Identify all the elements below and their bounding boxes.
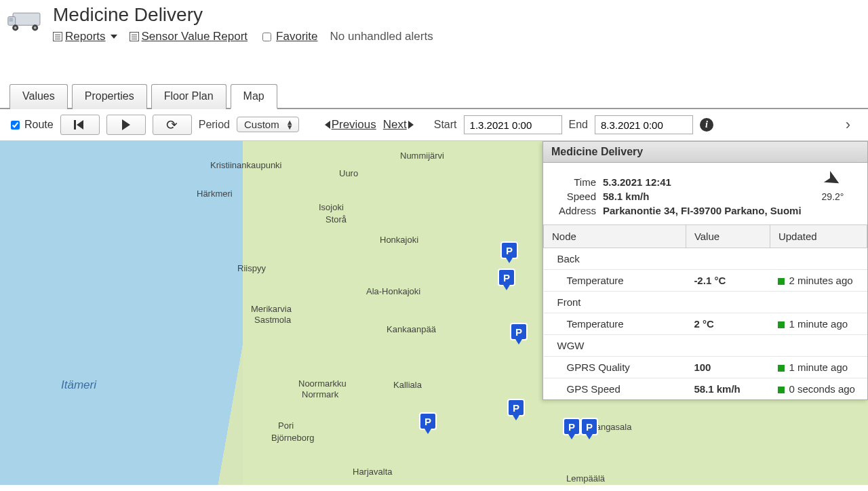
sensor-row: Temperature2 °C1 minute ago <box>544 313 867 335</box>
route-toggle[interactable]: Route <box>8 119 54 132</box>
time-value: 5.3.2021 12:41 <box>603 176 809 188</box>
sensor-updated: 0 seconds ago <box>770 378 867 400</box>
collapse-right-button[interactable]: › <box>836 116 860 134</box>
info-icon[interactable]: i <box>700 118 713 132</box>
parking-marker[interactable]: P <box>500 241 518 259</box>
time-label: Time <box>554 176 603 188</box>
subbar: Reports Sensor Value Report Favorite No … <box>53 30 861 43</box>
next-label: Next <box>383 118 407 132</box>
address-label: Address <box>554 205 603 216</box>
sensor-row: GPS Speed58.1 km/h0 seconds ago <box>544 378 867 400</box>
compass-icon: ➤ <box>820 164 846 193</box>
svg-rect-2 <box>9 18 13 21</box>
favorite-checkbox[interactable] <box>262 33 271 41</box>
favorite-label: Favorite <box>276 30 317 43</box>
map-canvas[interactable]: Itämeri KristiinankaupunkiUuroNummijärvi… <box>0 140 868 485</box>
reports-label: Reports <box>65 30 106 43</box>
play-button[interactable] <box>106 115 146 135</box>
alerts-text: No unhandled alerts <box>330 30 433 43</box>
skip-back-icon <box>77 120 83 130</box>
sensor-value: 58.1 km/h <box>686 378 770 400</box>
tab-properties[interactable]: Properties <box>72 84 147 109</box>
start-label: Start <box>434 119 457 131</box>
favorite-toggle[interactable]: Favorite <box>260 30 317 43</box>
address-value: Parkanontie 34, FI-39700 Parkano, Suomi <box>603 205 856 216</box>
end-label: End <box>569 119 588 131</box>
map-place-label: Kristiinankaupunki <box>210 160 282 170</box>
tab-floor-plan[interactable]: Floor Plan <box>151 84 226 109</box>
sensor-value-report-link[interactable]: Sensor Value Report <box>130 30 248 43</box>
tabs: Values Properties Floor Plan Map <box>0 83 868 109</box>
document-icon <box>53 32 62 41</box>
sea-label: Itämeri <box>61 378 96 392</box>
period-label: Period <box>199 119 230 131</box>
col-node: Node <box>544 225 686 248</box>
parking-marker[interactable]: P <box>580 418 598 435</box>
end-input[interactable] <box>595 115 693 134</box>
map-place-label: Kankaanpää <box>387 324 436 334</box>
map-place-label: Norrmark <box>302 389 338 399</box>
map-place-label: Sastmola <box>254 315 291 325</box>
map-place-label: Riispyy <box>237 263 266 273</box>
map-controls: Route ⟳ Period Custom ▲▼ Previous Next S… <box>0 109 868 140</box>
sensor-group: WGW <box>544 335 867 357</box>
refresh-icon: ⟳ <box>166 117 178 133</box>
previous-link[interactable]: Previous <box>325 118 376 132</box>
sensor-row: GPRS Quality1001 minute ago <box>544 357 867 378</box>
map-place-label: Harjavalta <box>353 467 393 477</box>
parking-marker[interactable]: P <box>507 399 525 416</box>
page-title: Medicine Delivery <box>53 4 861 26</box>
heading-value: 29.2° <box>822 191 844 202</box>
parking-marker[interactable]: P <box>419 412 437 430</box>
map-place-label: Isojoki <box>319 202 344 212</box>
sensor-group: Back <box>544 248 867 270</box>
sensor-value: 100 <box>686 357 770 378</box>
speed-label: Speed <box>554 191 603 202</box>
route-checkbox[interactable] <box>11 121 20 130</box>
status-square-icon <box>778 365 785 372</box>
svg-rect-0 <box>13 13 40 25</box>
status-square-icon <box>778 387 785 393</box>
map-place-label: Lempäälä <box>566 473 605 484</box>
map-place-label: Pori <box>278 420 294 431</box>
sensor-value: 2 °C <box>686 313 770 335</box>
map-place-label: Härkmeri <box>197 189 233 199</box>
status-square-icon <box>778 321 785 328</box>
status-square-icon <box>778 278 785 285</box>
map-place-label: Honkajoki <box>380 235 418 245</box>
period-select[interactable]: Custom ▲▼ <box>237 119 299 131</box>
next-link[interactable]: Next <box>383 118 414 132</box>
sensor-node: Temperature <box>544 313 686 335</box>
start-input[interactable] <box>464 115 562 134</box>
map-place-label: Merikarvia <box>251 304 292 314</box>
sensor-value-report-label: Sensor Value Report <box>142 30 248 43</box>
map-place-label: Ala-Honkajoki <box>366 286 420 296</box>
previous-label: Previous <box>332 118 376 132</box>
skip-back-button[interactable] <box>60 115 100 135</box>
triangle-left-icon <box>325 121 330 129</box>
info-panel: Medicine Delivery Time 5.3.2021 12:41 ➤ … <box>542 141 868 400</box>
sensor-table: Node Value Updated BackTemperature-2.1 °… <box>543 224 867 399</box>
play-icon <box>122 119 130 130</box>
sensor-node: GPS Speed <box>544 378 686 400</box>
parking-marker[interactable]: P <box>498 269 515 286</box>
tab-map[interactable]: Map <box>231 84 277 109</box>
sensor-node: GPRS Quality <box>544 357 686 378</box>
chevron-down-icon <box>111 35 117 39</box>
refresh-button[interactable]: ⟳ <box>153 115 192 135</box>
map-place-label: Nummijärvi <box>400 151 444 161</box>
header: Medicine Delivery Reports Sensor Value R… <box>0 0 868 43</box>
reports-dropdown[interactable]: Reports <box>53 30 117 43</box>
sensor-row: Temperature-2.1 °C2 minutes ago <box>544 270 867 292</box>
van-icon <box>7 7 46 34</box>
stepper-icon: ▲▼ <box>286 120 294 130</box>
sensor-node: Temperature <box>544 270 686 292</box>
panel-title: Medicine Delivery <box>543 142 867 163</box>
svg-point-6 <box>34 26 37 29</box>
sensor-value: -2.1 °C <box>686 270 770 292</box>
col-value: Value <box>686 225 770 248</box>
speed-value: 58.1 km/h <box>603 191 809 202</box>
tab-values[interactable]: Values <box>9 84 68 109</box>
parking-marker[interactable]: P <box>563 418 580 435</box>
parking-marker[interactable]: P <box>510 323 528 340</box>
